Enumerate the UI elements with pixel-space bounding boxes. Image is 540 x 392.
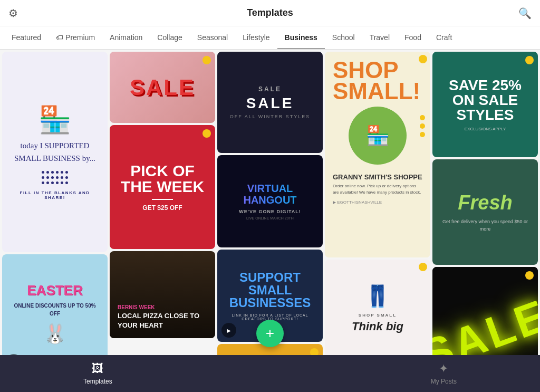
shop-user: ▶ EGOTTHISNASHVILLE (333, 200, 382, 205)
template-card-virtual-hangout[interactable]: VIRTUAL HANGOUT WE'VE GONE DIGITAL! LIVE… (217, 155, 323, 247)
settings-button[interactable]: ⚙ (8, 7, 18, 20)
template-card-easter[interactable]: EASTER ONLINE DISCOUNTS UP TO 50% OFF 🐰 … (2, 254, 108, 355)
tab-school[interactable]: School (325, 26, 362, 50)
shop-icon: 🏪 (366, 125, 390, 147)
jeans-icon: 👖 (364, 284, 391, 309)
think-top: SHOP SMALL (359, 313, 397, 318)
premium-badge-stanley (310, 348, 319, 355)
neon-sale-text: SALE (432, 289, 538, 355)
fresh-sub: Get free delivery when you spend $50 or … (440, 218, 530, 233)
card-text: today I SUPPORTED SMALL BUSINESS by... (13, 139, 97, 165)
tab-seasonal[interactable]: Seasonal (190, 26, 235, 50)
easter-subtitle: ONLINE DISCOUNTS UP TO 50% OFF (10, 302, 100, 318)
easter-title: EASTER (27, 282, 82, 299)
shop-circle: 🏪 (349, 107, 407, 165)
support-title: SUPPORT SMALL BUSINESSES (225, 271, 315, 309)
sale-text: SALE (130, 75, 195, 100)
template-card-sale-phone[interactable]: SALE SALE OFF ALL WINTER STYLES (217, 52, 323, 153)
templates-icon: 🖼 (92, 362, 103, 376)
shop-desc: Order online now. Pick up or delivery op… (333, 183, 422, 196)
bunny-icon: 🐰 (43, 323, 67, 345)
pick-title: PICK OF THE WEEK (120, 163, 205, 195)
premium-badge-2 (202, 129, 211, 138)
think-bottom: Think big (352, 320, 403, 333)
my-posts-icon: ✦ (439, 362, 448, 376)
fill-blanks-text: FILL IN THE BLANKS AND SHARE! (13, 190, 97, 200)
nav-templates[interactable]: 🖼 Templates (62, 358, 133, 389)
premium-badge-neon (525, 271, 534, 280)
decoration-dots (420, 115, 425, 137)
sale-big: SALE (246, 95, 294, 112)
play-button-support[interactable]: ▶ (221, 323, 236, 338)
pick-price: GET $25 OFF (142, 204, 182, 212)
tab-craft[interactable]: Craft (429, 26, 459, 50)
shop-name: GRANNY SMITH'S SHOPPE (333, 173, 422, 181)
tab-featured[interactable]: Featured (4, 26, 49, 50)
nav-tabs: Featured 🏷Premium Animation Collage Seas… (0, 26, 540, 50)
plus-icon: + (266, 325, 274, 342)
pizza-brand: BERNIS WEEK (118, 304, 155, 310)
template-card-fresh[interactable]: Fresh Get free delivery when you spend $… (432, 159, 538, 265)
template-card-shop-small[interactable]: SHOPSMALL! 🏪 GRANNY SMITH'S SHOPPE Order… (325, 52, 430, 257)
pizza-title: LOCAL PIZZA CLOSE TO YOUR HEART (118, 311, 207, 330)
header: ⚙ Templates 🔍 (0, 0, 540, 26)
my-posts-label: My Posts (431, 378, 457, 385)
store-icon: 🏪 (38, 104, 71, 135)
premium-badge-shop (419, 55, 427, 63)
save-sub: EXCLUSIONS APPLY (465, 127, 506, 131)
template-card-pizza[interactable]: BERNIS WEEK LOCAL PIZZA CLOSE TO YOUR HE… (110, 251, 215, 338)
shop-small-title: SHOPSMALL! (333, 60, 420, 101)
template-card-sale-keyboard[interactable]: SALE (110, 52, 215, 123)
premium-badge-think (419, 263, 427, 271)
search-icon: 🔍 (518, 7, 532, 19)
gear-icon: ⚙ (8, 7, 18, 19)
sale-tagline: OFF ALL WINTER STYLES (230, 114, 311, 119)
premium-badge-save (525, 56, 534, 64)
tab-premium[interactable]: 🏷Premium (49, 26, 102, 50)
template-card-think-big[interactable]: 👖 SHOP SMALL Think big (325, 260, 430, 355)
template-card-save-25[interactable]: SAVE 25% ON SALE STYLES EXCLUSIONS APPLY (432, 52, 538, 157)
bottom-nav: 🖼 Templates ✦ My Posts (0, 355, 540, 392)
nav-my-posts[interactable]: ✦ My Posts (410, 358, 478, 389)
tab-travel[interactable]: Travel (362, 26, 397, 50)
tab-business[interactable]: Business (277, 26, 325, 50)
tab-collage[interactable]: Collage (150, 26, 189, 50)
page-title: Templates (247, 7, 293, 18)
hangout-tagline: LIVE ONLINE MARCH 20TH (246, 216, 294, 220)
templates-label: Templates (83, 378, 112, 385)
hangout-title: VIRTUAL HANGOUT (225, 183, 315, 206)
template-card-pick-week[interactable]: PICK OF THE WEEK GET $25 OFF (110, 125, 215, 249)
tab-animation[interactable]: Animation (102, 26, 150, 50)
premium-badge (202, 56, 211, 64)
sale-sub: SALE (258, 85, 282, 93)
tab-lifestyle[interactable]: Lifestyle (235, 26, 277, 50)
save-title: SAVE 25% ON SALE STYLES (440, 78, 530, 122)
premium-icon: 🏷 (56, 33, 63, 42)
tab-food[interactable]: Food (397, 26, 429, 50)
template-card-sale-neon[interactable]: SALE (432, 267, 538, 355)
create-button[interactable]: + (256, 320, 284, 347)
fresh-title: Fresh (458, 192, 512, 214)
divider (152, 199, 173, 200)
main-content: 🏪 today I SUPPORTED SMALL BUSINESS by...… (0, 50, 540, 355)
hangout-sub: WE'VE GONE DIGITAL! (239, 209, 301, 214)
template-card-small-business[interactable]: 🏪 today I SUPPORTED SMALL BUSINESS by...… (2, 52, 108, 252)
search-button[interactable]: 🔍 (518, 7, 532, 20)
